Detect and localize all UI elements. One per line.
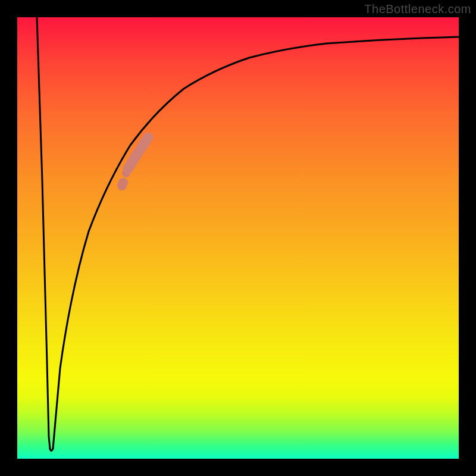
chart-container: TheBottleneck.com: [0, 0, 476, 476]
plot-area: [17, 17, 459, 459]
curve-left-branch: [37, 17, 50, 449]
watermark-text: TheBottleneck.com: [364, 2, 471, 16]
curve-layer: [17, 17, 459, 459]
curve-right-branch: [53, 37, 459, 449]
highlight-segment: [117, 137, 148, 190]
svg-point-1: [118, 178, 128, 187]
